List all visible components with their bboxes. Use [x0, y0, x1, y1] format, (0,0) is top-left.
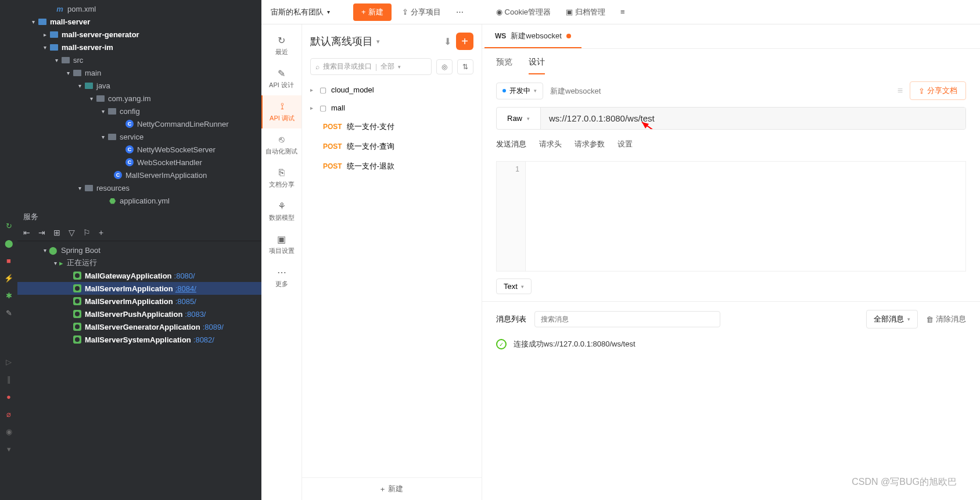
method-dropdown[interactable]: Raw ▾: [497, 108, 541, 129]
settings-icon[interactable]: ≡: [616, 4, 630, 20]
record-icon[interactable]: ●: [4, 392, 13, 401]
flag-icon[interactable]: ⚐: [83, 228, 91, 237]
team-name: 宙斯的私有团队: [271, 7, 324, 17]
project-title: 默认离线项目: [310, 34, 373, 48]
cookie-manager-button[interactable]: ◉ Cookie管理器: [491, 3, 555, 21]
grid-icon[interactable]: ⊞: [53, 228, 60, 237]
status-dropdown[interactable]: 开发中 ▾: [496, 83, 543, 99]
more-button[interactable]: ⋯: [451, 4, 468, 20]
message-filter-dropdown[interactable]: 全部消息 ▾: [866, 310, 918, 328]
rerun-icon[interactable]: ↻: [4, 221, 13, 230]
new-button[interactable]: + 新建: [353, 3, 392, 21]
tree-row[interactable]: CNettyCommandLineRunner: [17, 117, 261, 130]
tree-row[interactable]: ▾service: [17, 130, 261, 143]
filter-icon[interactable]: ▽: [69, 228, 75, 237]
nav-item[interactable]: ⚘数据模型: [261, 195, 301, 228]
chevron-down-icon: ▾: [398, 64, 401, 70]
message-section: 消息列表 全部消息 ▾ 🗑 清除消息 ✓ 连接成功ws://127.0.0.1:…: [482, 301, 980, 368]
tree-row[interactable]: ▾config: [17, 105, 261, 117]
api-list-item[interactable]: POST统一支付-查询: [302, 137, 482, 156]
tree-row[interactable]: ▾src: [17, 53, 261, 66]
tree-row[interactable]: ▾mall-server: [17, 15, 261, 28]
nav-item[interactable]: ✎API 设计: [261, 62, 301, 95]
tree-row[interactable]: ▸mall-server-generator: [17, 28, 261, 41]
services-panel: ▾ ⬤ Spring Boot ▾ ▸ 正在运行 MallGatewayAppl…: [17, 241, 261, 348]
nav-item[interactable]: ⋯更多: [261, 261, 301, 294]
api-topbar: 宙斯的私有团队 ▾ + 新建 ⇪ 分享项目 ⋯ ◉ Cookie管理器 ▣ 归档…: [261, 0, 980, 24]
stop-icon[interactable]: ■: [4, 256, 13, 265]
tree-row[interactable]: ▾java: [17, 79, 261, 92]
message-editor[interactable]: 1: [496, 161, 966, 272]
api-list-item[interactable]: ▸▢cloud_model: [302, 81, 482, 99]
nav-item[interactable]: ⟟API 调试: [261, 95, 301, 128]
tree-row[interactable]: CWebSocketHandler: [17, 156, 261, 169]
search-input[interactable]: ⌕ 搜索目录或接口 | 全部 ▾: [310, 58, 432, 75]
api-list-item[interactable]: ▸▢mall: [302, 99, 482, 117]
service-row[interactable]: MallServerImApplication:8084/: [17, 282, 261, 295]
running-node[interactable]: ▾ ▸ 正在运行: [17, 256, 261, 269]
content-type-dropdown[interactable]: Text ▾: [496, 278, 532, 294]
api-sidenav: ↻最近✎API 设计⟟API 调试⎋自动化测试⎘文档分享⚘数据模型▣项目设置⋯更…: [261, 24, 302, 500]
message-search-input[interactable]: [534, 311, 720, 327]
nav-item[interactable]: ↻最近: [261, 29, 301, 62]
camera-icon[interactable]: ◉: [4, 427, 13, 436]
wrench-icon[interactable]: ✎: [4, 308, 13, 317]
tree-row[interactable]: ▾main: [17, 66, 261, 79]
archive-button[interactable]: ▣ 归档管理: [561, 3, 610, 21]
edit-icon[interactable]: ≡: [898, 85, 903, 96]
tree-row[interactable]: CMallServerImApplication: [17, 169, 261, 181]
nav-item[interactable]: ⎋自动化测试: [261, 128, 301, 162]
add-icon[interactable]: +: [99, 228, 103, 237]
success-icon: ✓: [496, 339, 507, 349]
spring-boot-node[interactable]: ▾ ⬤ Spring Boot: [17, 244, 261, 256]
tree-row[interactable]: mpom.xml: [17, 2, 261, 15]
service-row[interactable]: MallGatewayApplication:8080/: [17, 269, 261, 282]
add-api-button[interactable]: +: [456, 33, 473, 50]
archive-icon: ▣: [566, 8, 573, 16]
chevron-down-icon: ▾: [907, 316, 910, 322]
down-icon[interactable]: ▾: [4, 444, 13, 453]
nav-item[interactable]: ⎘文档分享: [261, 162, 301, 195]
request-tab[interactable]: 设置: [618, 139, 633, 153]
tree-row[interactable]: ▾mall-server-im: [17, 41, 261, 53]
request-tab[interactable]: 请求参数: [575, 139, 605, 153]
nav-item[interactable]: ▣项目设置: [261, 228, 301, 261]
bug-icon[interactable]: ✱: [4, 291, 13, 300]
share-project-button[interactable]: ⇪ 分享项目: [397, 3, 446, 21]
collapse-icon[interactable]: ⇥: [38, 228, 45, 237]
preview-tab[interactable]: 预览: [496, 57, 512, 74]
slash-icon[interactable]: ⌀: [4, 409, 13, 419]
api-list-item[interactable]: POST统一支付-退款: [302, 156, 482, 176]
team-dropdown[interactable]: 宙斯的私有团队 ▾: [271, 7, 330, 17]
tree-row[interactable]: ▾resources: [17, 181, 261, 194]
debug-icon[interactable]: ⬤: [4, 238, 13, 248]
service-row[interactable]: MallServerPushApplication:8083/: [17, 308, 261, 320]
clear-messages-button[interactable]: 🗑 清除消息: [926, 314, 966, 324]
fast-icon[interactable]: ⚡: [4, 273, 13, 283]
expand-icon[interactable]: ⇤: [23, 228, 30, 237]
search-placeholder: 搜索目录或接口: [323, 62, 372, 72]
request-tab[interactable]: 发送消息: [496, 139, 526, 153]
service-row[interactable]: MallServerSystemApplication:8082/: [17, 333, 261, 346]
api-name-input[interactable]: [550, 87, 891, 95]
request-tab[interactable]: 请求头: [539, 139, 562, 153]
new-item-button[interactable]: + 新建: [302, 477, 482, 500]
sort-icon[interactable]: ⇅: [457, 59, 473, 74]
project-dropdown[interactable]: 默认离线项目 ▾: [310, 34, 380, 48]
service-row[interactable]: MallServerImApplication:8085/: [17, 295, 261, 308]
file-tree[interactable]: mpom.xml▾mall-server▸mall-server-generat…: [17, 0, 261, 209]
tree-row[interactable]: CNettyWebSocketServer: [17, 143, 261, 156]
pause-icon[interactable]: ‖: [4, 374, 13, 384]
locate-icon[interactable]: ◎: [436, 59, 453, 74]
tree-row[interactable]: ▾com.yang.im: [17, 92, 261, 105]
share-doc-button[interactable]: ⇪ 分享文档: [910, 81, 966, 100]
tree-row[interactable]: ⬣application.yml: [17, 194, 261, 207]
design-tab[interactable]: 设计: [529, 57, 545, 74]
message-filter-label: 全部消息: [874, 314, 904, 324]
step-icon[interactable]: ▷: [4, 357, 13, 366]
import-icon[interactable]: ⬇: [444, 36, 451, 47]
url-input[interactable]: [541, 108, 965, 129]
tab-websocket[interactable]: WS 新建websocket: [484, 25, 581, 48]
service-row[interactable]: MallServerGeneratorApplication:8089/: [17, 320, 261, 333]
api-list-item[interactable]: POST统一支付-支付: [302, 117, 482, 137]
